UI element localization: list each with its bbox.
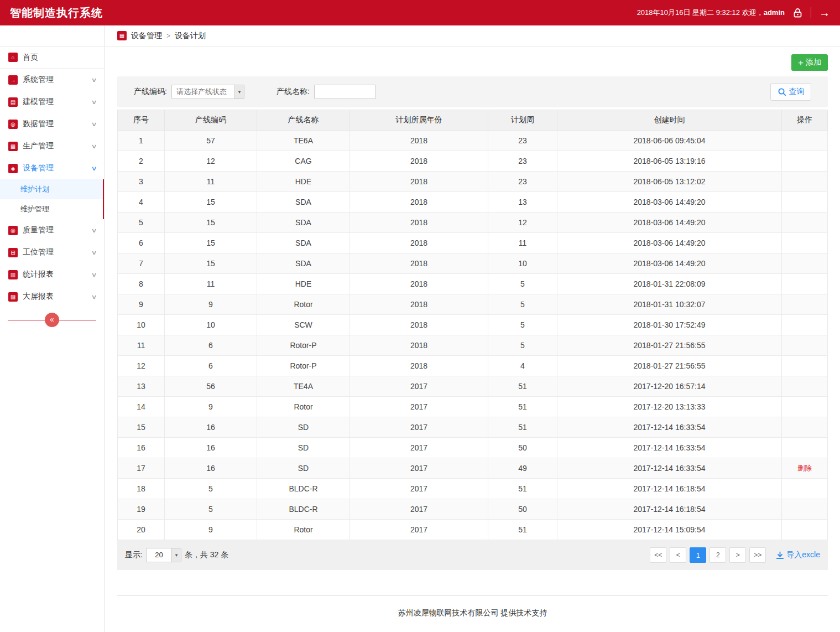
page-button-1[interactable]: 1 <box>690 547 706 563</box>
pagination: <<<12>>> 导入excle <box>650 547 820 563</box>
table-cell: 17 <box>118 458 165 479</box>
sidebar-item-bigscreen[interactable]: ▨大屏报表∨ <box>0 286 104 308</box>
table-cell: SD <box>257 438 350 458</box>
sidebar-item-report[interactable]: ▥统计报表∨ <box>0 263 104 286</box>
app-title: 智能制造执行系统 <box>10 6 103 20</box>
query-button-label: 查询 <box>789 87 805 97</box>
page-button-<<[interactable]: << <box>650 547 666 563</box>
table-cell: 51 <box>488 376 557 397</box>
table-cell: 11 <box>165 274 257 294</box>
header-divider <box>811 7 811 18</box>
table-cell: SDA <box>257 213 350 233</box>
add-button-label: 添加 <box>806 58 821 68</box>
page-button-<[interactable]: < <box>670 547 686 563</box>
chevron-down-icon: ∨ <box>91 249 97 256</box>
breadcrumb-parent[interactable]: 设备管理 <box>131 31 162 41</box>
page-button-2[interactable]: 2 <box>709 547 726 563</box>
column-header: 创建时间 <box>557 110 782 131</box>
table-cell: 9 <box>118 294 165 315</box>
plan-table: 序号产线编码产线名称计划所属年份计划周创建时间操作 157TE6A2018232… <box>117 110 828 540</box>
table-cell: 5 <box>488 274 557 294</box>
page-button->>[interactable]: >> <box>749 547 766 563</box>
table-cell: 49 <box>488 458 557 479</box>
table-cell: 23 <box>488 131 557 151</box>
sidebar-item-modeling[interactable]: ▤建模管理∨ <box>0 91 104 113</box>
table-cell: 8 <box>118 274 165 294</box>
filter-bar: 产线编码: 请选择产线状态 ▾ 产线名称: 查询 <box>117 76 828 107</box>
line-name-input[interactable] <box>314 85 376 99</box>
table-cell: 10 <box>165 315 257 335</box>
sidebar-item-data[interactable]: ◎数据管理∨ <box>0 113 104 135</box>
table-cell: 2017-12-14 16:33:54 <box>557 458 782 479</box>
sidebar-item-equipment[interactable]: ◈设备管理∨ <box>0 157 104 179</box>
action-cell <box>782 335 828 356</box>
table-cell: 2018-03-06 14:49:20 <box>557 213 782 233</box>
sidebar-item-home[interactable]: ⌂首页 <box>0 46 104 69</box>
chevron-down-icon: ▾ <box>171 548 181 562</box>
sidebar-subitem-maintenance-plan[interactable]: 维护计划 <box>0 179 103 199</box>
lock-icon[interactable] <box>792 8 803 18</box>
delete-link[interactable]: 删除 <box>797 464 812 472</box>
table-cell: 2018 <box>350 151 488 172</box>
chevron-down-icon: ∨ <box>91 121 97 128</box>
sidebar-collapse-button[interactable]: « <box>45 313 59 327</box>
equipment-submenu: 维护计划维护管理 <box>0 179 104 219</box>
sidebar-item-station[interactable]: ⊞工位管理∨ <box>0 241 104 263</box>
table-cell: 11 <box>165 172 257 192</box>
action-cell <box>782 294 828 315</box>
system-icon: → <box>8 75 18 85</box>
table-row: 149Rotor2017512017-12-20 13:13:33 <box>118 397 828 417</box>
table-cell: 16 <box>165 458 257 479</box>
table-cell: 6 <box>118 233 165 253</box>
table-cell: 16 <box>165 417 257 438</box>
page-size-select[interactable]: 20 ▾ <box>146 548 181 562</box>
table-cell: 2018-01-27 21:56:55 <box>557 335 782 356</box>
table-cell: 13 <box>118 376 165 397</box>
table-cell: 2017-12-14 16:18:54 <box>557 479 782 499</box>
line-code-label: 产线编码: <box>134 87 167 97</box>
table-cell: 50 <box>488 499 557 520</box>
action-cell <box>782 356 828 376</box>
table-cell: 2018 <box>350 274 488 294</box>
sidebar-subitem-maintenance-manage[interactable]: 维护管理 <box>0 199 103 219</box>
line-code-select[interactable]: 请选择产线状态 ▾ <box>171 85 244 99</box>
table-cell: 51 <box>488 479 557 499</box>
table-cell: 6 <box>165 356 257 376</box>
import-excel-link[interactable]: 导入excle <box>776 550 820 560</box>
table-cell: 2018 <box>350 315 488 335</box>
add-button[interactable]: + 添加 <box>791 54 828 71</box>
sidebar-top-spacer <box>0 25 104 46</box>
table-cell: 2017-12-14 16:18:54 <box>557 499 782 520</box>
table-cell: 5 <box>118 213 165 233</box>
table-cell: 19 <box>118 499 165 520</box>
download-icon <box>776 551 784 560</box>
table-row: 415SDA2018132018-03-06 14:49:20 <box>118 192 828 213</box>
sidebar-item-quality[interactable]: ◎质量管理∨ <box>0 219 104 241</box>
sidebar-item-production[interactable]: ▦生产管理∨ <box>0 135 104 157</box>
query-button[interactable]: 查询 <box>770 83 811 101</box>
table-header-row: 序号产线编码产线名称计划所属年份计划周创建时间操作 <box>118 110 828 131</box>
table-cell: 11 <box>118 335 165 356</box>
footer-divider <box>117 595 828 596</box>
table-cell: 2018-06-05 13:12:02 <box>557 172 782 192</box>
table-cell: 2017 <box>350 458 488 479</box>
table-cell: 11 <box>488 233 557 253</box>
table-cell: Rotor <box>257 397 350 417</box>
logout-arrow-icon[interactable]: → <box>819 7 830 19</box>
table-cell: SDA <box>257 253 350 274</box>
table-cell: 2017 <box>350 499 488 520</box>
table-cell: 2018-03-06 14:49:20 <box>557 233 782 253</box>
table-cell: 2017-12-14 16:33:54 <box>557 417 782 438</box>
sidebar-item-system[interactable]: →系统管理∨ <box>0 69 104 91</box>
table-cell: 10 <box>488 253 557 274</box>
chevron-down-icon: ▾ <box>234 85 244 99</box>
table-cell: 2017 <box>350 520 488 540</box>
table-cell: 4 <box>118 192 165 213</box>
page-button->[interactable]: > <box>729 547 746 563</box>
action-cell <box>782 499 828 520</box>
table-cell: 15 <box>165 253 257 274</box>
sidebar-item-label: 质量管理 <box>23 225 92 235</box>
chevron-down-icon: ∨ <box>91 293 97 301</box>
action-cell <box>782 479 828 499</box>
table-cell: BLDC-R <box>257 499 350 520</box>
